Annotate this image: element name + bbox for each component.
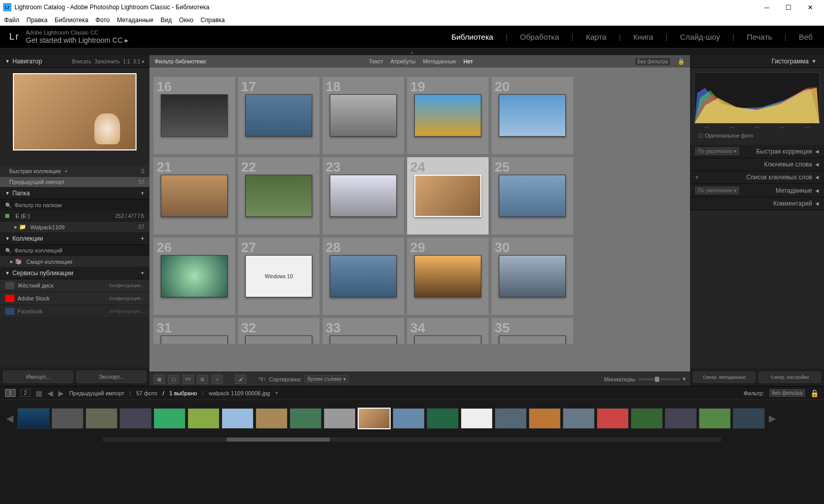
toolbar-menu-icon[interactable]: ▾ — [683, 376, 686, 382]
metadata-header[interactable]: По умолчанию ▾ Метаданные◀ — [690, 184, 824, 197]
menu-window[interactable]: Окно — [179, 16, 193, 24]
filmstrip-thumb[interactable] — [699, 408, 731, 429]
grid-cell[interactable]: 27Windows 10 — [238, 238, 319, 315]
grid-cell[interactable]: 21 — [154, 157, 235, 234]
grid-cell[interactable]: 28 — [323, 238, 404, 315]
menu-photo[interactable]: Фото — [95, 16, 110, 24]
menu-metadata[interactable]: Метаданные — [117, 16, 154, 24]
menu-file[interactable]: Файл — [4, 16, 20, 24]
original-photo-check[interactable]: ☐ Оригинальное фото — [694, 131, 820, 141]
grid-cell[interactable]: 22 — [238, 157, 319, 234]
nav-fill[interactable]: Заполнить — [94, 59, 120, 64]
grid-cell[interactable]: 25 — [492, 157, 573, 234]
grid-cell-selected[interactable]: 24 — [407, 157, 489, 234]
header-getstarted[interactable]: Get started with Lightroom CC ▸ — [26, 36, 128, 44]
filmstrip-scrollbar[interactable] — [0, 436, 824, 444]
thumbnail-size-slider[interactable] — [638, 378, 680, 380]
filmstrip-thumb[interactable] — [597, 408, 629, 429]
menu-library[interactable]: Библиотека — [55, 16, 88, 24]
histogram-header[interactable]: Гистограмма ▼ — [690, 55, 824, 68]
grid-cell[interactable]: 18 — [323, 77, 404, 154]
collections-header[interactable]: ▼Коллекции+ — [0, 233, 149, 245]
grid-cell[interactable]: 32 — [238, 318, 319, 344]
keywords-header[interactable]: Ключевые слова◀ — [690, 158, 824, 171]
grid-cell[interactable]: 17 — [238, 77, 319, 154]
filmstrip-left-arrow[interactable]: ◀ — [4, 413, 15, 424]
navigator-header[interactable]: ▼ Навигатор Вписать Заполнить 1:1 3:1 ▾ — [0, 55, 149, 68]
filmstrip-thumb[interactable] — [563, 408, 595, 429]
filmstrip-thumb[interactable] — [188, 408, 220, 429]
grid-cell[interactable]: 16 — [154, 77, 235, 154]
module-print[interactable]: Печать — [745, 32, 774, 41]
filmstrip-thumb[interactable] — [52, 408, 83, 429]
filmstrip-thumb[interactable] — [18, 408, 49, 429]
filmstrip-thumb[interactable] — [495, 408, 527, 429]
grid-cell[interactable]: 20 — [492, 77, 573, 154]
filmstrip-thumb[interactable] — [86, 408, 117, 429]
painter-icon[interactable]: 🖌 — [235, 375, 246, 384]
catalog-prev-import[interactable]: Предыдущий импорт 57 — [0, 177, 149, 188]
import-button[interactable]: Импорт... — [3, 371, 73, 383]
filmstrip-thumb-selected[interactable] — [358, 408, 391, 429]
module-book[interactable]: Книга — [631, 32, 655, 41]
status-filename[interactable]: walpack 1109 00006.jpg — [209, 390, 270, 396]
filmstrip-thumb[interactable] — [733, 408, 765, 429]
sort-az-icon[interactable]: ᴬz↕ — [259, 376, 266, 382]
histogram[interactable] — [694, 72, 820, 124]
module-slideshow[interactable]: Слайд-шоу — [678, 32, 722, 41]
keywordlist-header[interactable]: + Список ключевых слов◀ — [690, 171, 824, 184]
collapse-top[interactable]: ▴ — [0, 48, 824, 55]
publish-hdd[interactable]: Жёсткий диск Конфигурация... — [0, 279, 149, 292]
module-map[interactable]: Карта — [584, 32, 609, 41]
status-source[interactable]: Предыдущий импорт — [69, 390, 124, 396]
sort-dropdown[interactable]: Время съёмки ▾ — [305, 375, 348, 383]
filmstrip-thumb[interactable] — [154, 408, 186, 429]
filter-attrs[interactable]: Атрибуты — [390, 58, 415, 64]
drive-e[interactable]: E (E:) 252 / 477 ГБ — [0, 211, 149, 222]
menu-help[interactable]: Справка — [200, 16, 225, 24]
status-filter-dd[interactable]: Без фильтра — [769, 389, 805, 397]
view-grid-small-icon[interactable]: ▦ — [36, 389, 42, 397]
filmstrip-thumb[interactable] — [393, 408, 425, 429]
publish-header[interactable]: ▼Сервисы публикации+ — [0, 267, 149, 279]
module-library[interactable]: Библиотека — [449, 32, 496, 41]
minimize-button[interactable]: ─ — [756, 0, 778, 14]
menu-edit[interactable]: Правка — [27, 16, 48, 24]
grid-cell[interactable]: 26 — [154, 238, 235, 315]
filmstrip-thumb[interactable] — [324, 408, 356, 429]
nav-fit[interactable]: Вписать — [72, 59, 92, 64]
filter-text[interactable]: Текст — [369, 58, 383, 64]
metadata-preset-dd[interactable]: По умолчанию ▾ — [695, 187, 739, 194]
comment-header[interactable]: Комментарий◀ — [690, 197, 824, 210]
sync-settings-button[interactable]: Синхр. настройки — [759, 372, 821, 383]
page-2[interactable]: 2 — [21, 389, 31, 397]
filmstrip-thumb[interactable] — [256, 408, 288, 429]
grid-cell[interactable]: 19 — [407, 77, 489, 154]
catalog-quick[interactable]: Быстрая коллекция + 0 — [0, 166, 149, 177]
filter-preset[interactable]: Без фильтра — [635, 58, 670, 65]
page-1[interactable]: 1 — [5, 389, 15, 397]
navigator-preview[interactable] — [13, 73, 137, 150]
folders-header[interactable]: ▼Папка+ — [0, 188, 149, 199]
view-compare-icon[interactable]: XY — [182, 375, 194, 384]
sync-metadata-button[interactable]: Синхр. метаданные — [693, 372, 755, 383]
module-web[interactable]: Веб — [797, 32, 815, 41]
folder-filter[interactable]: 🔍 Фильтр по папкам — [0, 199, 149, 211]
filmstrip-thumb[interactable] — [427, 408, 459, 429]
grid-cell[interactable]: 35 — [492, 318, 573, 344]
view-survey-icon[interactable]: ⊞ — [197, 375, 208, 384]
filmstrip-thumb[interactable] — [290, 408, 322, 429]
publish-adobe-stock[interactable]: Adobe Stock Конфигурация... — [0, 292, 149, 305]
filmstrip-right-arrow[interactable]: ▶ — [767, 413, 778, 424]
grid-cell[interactable]: 29 — [407, 238, 489, 315]
view-grid-icon[interactable]: ▦ — [154, 375, 165, 384]
filmstrip-thumb[interactable] — [665, 408, 697, 429]
export-button[interactable]: Экспорт... — [76, 371, 146, 383]
maximize-button[interactable]: ☐ — [778, 0, 799, 14]
collection-filter[interactable]: 🔍 Фильтр коллекций — [0, 245, 149, 256]
filter-meta[interactable]: Метаданные — [423, 58, 456, 64]
module-develop[interactable]: Обработка — [518, 32, 561, 41]
filmstrip-thumb[interactable] — [120, 408, 152, 429]
publish-facebook[interactable]: Facebook Конфигурация... — [0, 305, 149, 318]
lock-icon[interactable]: 🔒 — [810, 389, 819, 397]
